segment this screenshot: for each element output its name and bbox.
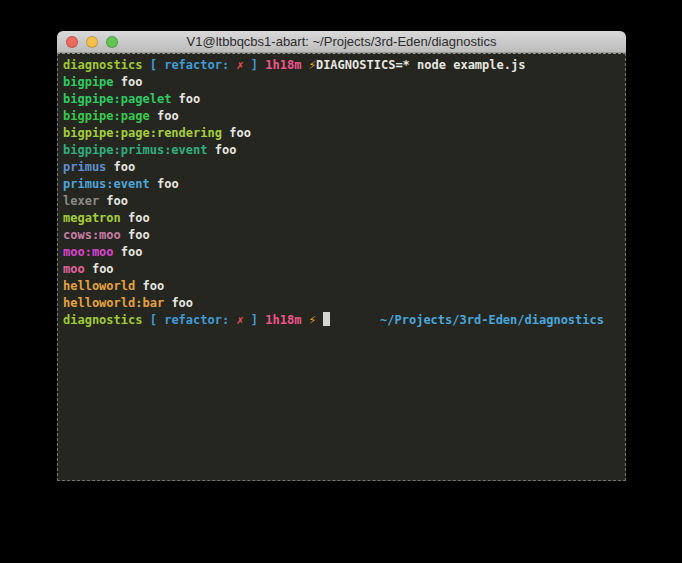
window-title: V1@ltbbqcbs1-abart: ~/Projects/3rd-Eden/… (57, 31, 626, 53)
zoom-button[interactable] (106, 36, 118, 48)
module-name: primus:event (63, 177, 150, 191)
titlebar[interactable]: V1@ltbbqcbs1-abart: ~/Projects/3rd-Eden/… (57, 31, 626, 53)
module-name: lexer (63, 194, 99, 208)
log-line: cows:moo foo (63, 227, 620, 244)
log-message: foo (150, 177, 179, 191)
prompt-dir: diagnostics (63, 313, 150, 327)
module-name: bigpipe (63, 75, 114, 89)
module-name: bigpipe:page:rendering (63, 126, 222, 140)
git-branch: [ refactor: (150, 313, 237, 327)
log-message: foo (106, 160, 135, 174)
traffic-lights (57, 31, 118, 52)
module-name: cows:moo (63, 228, 121, 242)
log-line: bigpipe:pagelet foo (63, 91, 620, 108)
prompt-line: diagnostics [ refactor: ✗ ] 1h18m ⚡ ~/Pr… (63, 312, 620, 329)
command-text: DIAGNOSTICS=* node example.js (316, 58, 526, 72)
session-time: 1h18m (265, 313, 308, 327)
module-name: bigpipe:page (63, 109, 150, 123)
log-message: foo (171, 92, 200, 106)
git-dirty-mark: ✗ (236, 313, 243, 327)
log-line: bigpipe:primus:event foo (63, 142, 620, 159)
session-time: 1h18m (265, 58, 308, 72)
git-dirty-mark: ✗ (236, 58, 243, 72)
log-line: primus foo (63, 159, 620, 176)
close-button[interactable] (66, 36, 78, 48)
log-line: moo foo (63, 261, 620, 278)
log-message: foo (208, 143, 237, 157)
terminal-window: V1@ltbbqcbs1-abart: ~/Projects/3rd-Eden/… (57, 31, 626, 482)
log-message: foo (135, 279, 164, 293)
lightning-icon: ⚡ (309, 58, 316, 72)
log-message: foo (121, 211, 150, 225)
log-line: bigpipe:page foo (63, 108, 620, 125)
git-branch: [ refactor: (150, 58, 237, 72)
minimize-button[interactable] (86, 36, 98, 48)
module-name: helloworld (63, 279, 135, 293)
prompt-dir: diagnostics (63, 58, 150, 72)
log-message: foo (114, 245, 143, 259)
log-line: megatron foo (63, 210, 620, 227)
log-line: bigpipe foo (63, 74, 620, 91)
module-name: moo (63, 262, 85, 276)
log-message: foo (121, 228, 150, 242)
log-message: foo (164, 296, 193, 310)
log-line: helloworld:bar foo (63, 295, 620, 312)
log-message: foo (99, 194, 128, 208)
log-line: primus:event foo (63, 176, 620, 193)
module-name: moo:moo (63, 245, 114, 259)
terminal-body[interactable]: diagnostics [ refactor: ✗ ] 1h18m ⚡DIAGN… (57, 53, 626, 481)
module-name: helloworld:bar (63, 296, 164, 310)
git-branch-close: ] (244, 313, 266, 327)
module-name: megatron (63, 211, 121, 225)
log-line: moo:moo foo (63, 244, 620, 261)
log-line: lexer foo (63, 193, 620, 210)
log-line: bigpipe:page:rendering foo (63, 125, 620, 142)
log-message: foo (222, 126, 251, 140)
module-name: bigpipe:pagelet (63, 92, 171, 106)
log-line: helloworld foo (63, 278, 620, 295)
text-cursor (323, 312, 330, 326)
spacer (316, 313, 323, 327)
lightning-icon: ⚡ (309, 313, 316, 327)
log-message: foo (114, 75, 143, 89)
git-branch-close: ] (244, 58, 266, 72)
module-name: bigpipe:primus:event (63, 143, 208, 157)
rprompt-path: ~/Projects/3rd-Eden/diagnostics (380, 312, 604, 329)
log-message: foo (85, 262, 114, 276)
module-name: primus (63, 160, 106, 174)
prompt-line: diagnostics [ refactor: ✗ ] 1h18m ⚡DIAGN… (63, 57, 620, 74)
log-message: foo (150, 109, 179, 123)
